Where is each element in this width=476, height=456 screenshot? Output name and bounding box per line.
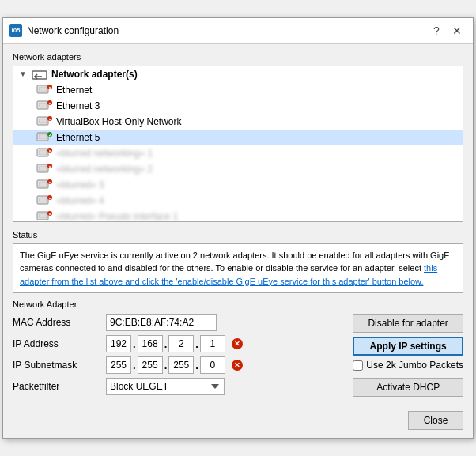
svg-text:✕: ✕ bbox=[48, 164, 51, 168]
network-adapter-label: Network Adapter bbox=[13, 300, 463, 309]
tree-item-blur2[interactable]: ✕ «blurred networking» 2 bbox=[13, 161, 463, 177]
dhcp-button[interactable]: Activate DHCP bbox=[353, 378, 463, 397]
tree-label-blur5: «blurred» Pseudo interface 1 bbox=[56, 211, 178, 222]
tree-item-ethernet5[interactable]: ✓ Ethernet 5 bbox=[13, 130, 463, 145]
tree-root-label: Network adapter(s) bbox=[51, 69, 138, 80]
ip-dot1: . bbox=[133, 338, 136, 350]
dialog-title: Network configuration bbox=[27, 25, 119, 36]
network-adapters-tree[interactable]: ▼ Network adapter(s) ✕ Ethernet bbox=[13, 66, 463, 222]
packet-value-row: Block UEGET Allow all Custom bbox=[106, 378, 346, 395]
subnet-octet3[interactable] bbox=[168, 356, 194, 374]
dialog-content: Network adapters ▼ Network adapter(s) ✕ bbox=[3, 44, 473, 405]
svg-rect-15 bbox=[39, 134, 47, 139]
disable-adapter-button[interactable]: Disable for adapter bbox=[353, 314, 463, 333]
subnet-value-row: . . . ✕ bbox=[106, 356, 346, 374]
network-icon-red-ethernet3: ✕ bbox=[36, 100, 53, 112]
ip-group: . . . bbox=[106, 335, 225, 352]
ip-label: IP Address bbox=[13, 338, 100, 349]
ip-octet2[interactable] bbox=[138, 335, 163, 352]
svg-rect-35 bbox=[39, 213, 47, 218]
subnet-octet4[interactable] bbox=[200, 356, 225, 374]
tree-item-virtualbox[interactable]: ✕ VirtualBox Host-Only Network bbox=[13, 114, 463, 130]
tree-label-ethernet3: Ethernet 3 bbox=[56, 100, 100, 111]
svg-rect-3 bbox=[39, 87, 47, 92]
adapter-form-left: MAC Address IP Address . bbox=[13, 314, 346, 395]
svg-rect-27 bbox=[39, 182, 47, 187]
jumbo-label: Use 2k Jumbo Packets bbox=[366, 360, 463, 371]
tree-item-ethernet3[interactable]: ✕ Ethernet 3 bbox=[13, 98, 463, 114]
subnet-clear-icon: ✕ bbox=[232, 360, 243, 371]
app-icon: i05 bbox=[9, 24, 22, 37]
jumbo-checkbox-label[interactable]: Use 2k Jumbo Packets bbox=[353, 360, 463, 371]
svg-text:✓: ✓ bbox=[48, 132, 52, 137]
network-icon-red-ethernet: ✕ bbox=[36, 84, 53, 96]
subnet-dot1: . bbox=[133, 360, 136, 371]
close-button[interactable]: Close bbox=[408, 411, 463, 430]
title-bar: i05 Network configuration ? ✕ bbox=[3, 18, 473, 44]
network-icon-red-blur4: ✕ bbox=[36, 194, 53, 207]
help-button[interactable]: ? bbox=[427, 23, 446, 39]
svg-text:✕: ✕ bbox=[48, 195, 51, 200]
title-bar-controls: ? ✕ bbox=[427, 23, 467, 39]
svg-rect-0 bbox=[32, 71, 47, 79]
subnet-octet2[interactable] bbox=[138, 356, 163, 374]
mac-input[interactable] bbox=[106, 314, 217, 331]
tree-item-blur5[interactable]: ✕ «blurred» Pseudo interface 1 bbox=[13, 209, 463, 222]
packet-label: Packetfilter bbox=[13, 381, 100, 392]
packet-row: Packetfilter Block UEGET Allow all Custo… bbox=[13, 378, 346, 395]
tree-item-blur3[interactable]: ✕ «blurred» 3 bbox=[13, 177, 463, 193]
network-icon-green-ethernet5: ✓ bbox=[36, 131, 53, 144]
status-label: Status bbox=[13, 230, 463, 239]
svg-text:✕: ✕ bbox=[48, 100, 51, 105]
ip-clear-icon: ✕ bbox=[232, 338, 243, 349]
adapter-form-right: Disable for adapter Apply IP settings Us… bbox=[353, 314, 463, 397]
ip-clear-button[interactable]: ✕ bbox=[230, 337, 244, 351]
apply-ip-button[interactable]: Apply IP settings bbox=[353, 337, 463, 356]
tree-label-blur1: «blurred networking» 1 bbox=[56, 148, 153, 159]
adapter-form: MAC Address IP Address . bbox=[13, 314, 463, 397]
ip-octet1[interactable] bbox=[106, 335, 131, 352]
bottom-bar: Close bbox=[3, 405, 473, 438]
tree-label-virtualbox: VirtualBox Host-Only Network bbox=[56, 116, 182, 127]
svg-rect-31 bbox=[39, 198, 47, 202]
jumbo-checkbox[interactable] bbox=[353, 360, 363, 371]
ip-value-row: . . . ✕ bbox=[106, 335, 346, 352]
status-text: The GigE uEye service is currently activ… bbox=[20, 251, 450, 273]
close-title-button[interactable]: ✕ bbox=[448, 23, 467, 39]
network-adapter-section: Network Adapter MAC Address IP Address bbox=[13, 300, 463, 397]
tree-item-root[interactable]: ▼ Network adapter(s) bbox=[13, 66, 463, 82]
svg-rect-11 bbox=[39, 119, 47, 123]
subnet-label: IP Subnetmask bbox=[13, 360, 100, 371]
back-icon bbox=[31, 68, 48, 81]
tree-item-ethernet[interactable]: ✕ Ethernet bbox=[13, 82, 463, 98]
tree-label-ethernet5: Ethernet 5 bbox=[56, 132, 100, 143]
ip-dot2: . bbox=[164, 338, 168, 350]
mac-label: MAC Address bbox=[13, 317, 100, 328]
svg-text:✕: ✕ bbox=[48, 116, 51, 121]
network-icon-red-blur1: ✕ bbox=[36, 147, 53, 160]
mac-row: MAC Address bbox=[13, 314, 346, 331]
tree-label-ethernet: Ethernet bbox=[56, 85, 92, 96]
subnet-dot2: . bbox=[164, 360, 168, 371]
packet-select[interactable]: Block UEGET Allow all Custom bbox=[106, 378, 225, 395]
title-bar-left: i05 Network configuration bbox=[9, 24, 119, 37]
network-icon-red-blur3: ✕ bbox=[36, 179, 53, 191]
tree-label-blur2: «blurred networking» 2 bbox=[56, 164, 153, 175]
subnet-group: . . . bbox=[106, 356, 225, 374]
tree-item-blur4[interactable]: ✕ «blurred» 4 bbox=[13, 193, 463, 209]
subnet-octet1[interactable] bbox=[106, 356, 131, 374]
dialog-window: i05 Network configuration ? ✕ Network ad… bbox=[2, 17, 474, 439]
status-box: The GigE uEye service is currently activ… bbox=[13, 243, 463, 294]
network-icon-red-blur5: ✕ bbox=[36, 210, 53, 222]
ip-octet3[interactable] bbox=[168, 335, 194, 352]
subnet-clear-button[interactable]: ✕ bbox=[230, 358, 244, 372]
network-icon-red-virtualbox: ✕ bbox=[36, 115, 53, 128]
ip-row: IP Address . . . bbox=[13, 335, 346, 352]
tree-item-blur1[interactable]: ✕ «blurred networking» 1 bbox=[13, 145, 463, 161]
status-section: Status The GigE uEye service is currentl… bbox=[13, 230, 463, 294]
tree-label-blur4: «blurred» 4 bbox=[56, 195, 104, 206]
ip-dot3: . bbox=[195, 338, 198, 350]
svg-text:✕: ✕ bbox=[48, 148, 51, 153]
tree-label-blur3: «blurred» 3 bbox=[56, 179, 104, 190]
ip-octet4[interactable] bbox=[200, 335, 225, 352]
